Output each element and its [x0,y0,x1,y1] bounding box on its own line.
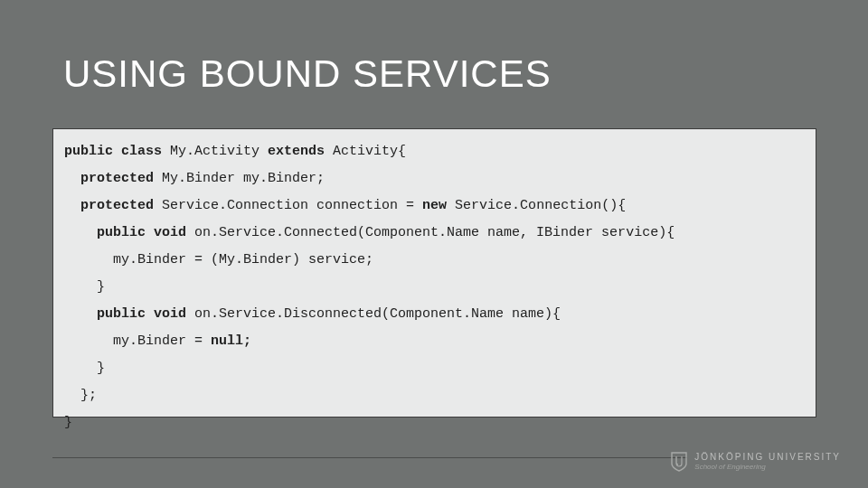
shield-icon [671,452,687,472]
txt: Service.Connection connection = [154,198,422,213]
kw: protected [80,198,154,213]
divider [52,457,687,458]
kw: public void [97,306,186,322]
code-line-11: } [64,415,72,430]
code-line-9: } [64,361,105,376]
code-line-7: public void on.Service.Disconnected(Comp… [64,306,561,322]
kw: protected [80,171,154,186]
code-line-3: protected Service.Connection connection … [64,198,626,213]
kw: extends [268,144,325,159]
code-line-4: public void on.Service.Connected(Compone… [64,225,675,240]
code-line-8: my.Binder = null; [64,333,251,349]
logo-name: JÖNKÖPING UNIVERSITY [694,453,841,462]
txt: Activity{ [325,144,406,159]
code-line-5: my.Binder = (My.Binder) service; [64,252,373,267]
indent [64,225,97,240]
logo-subtitle: School of Engineering [694,464,841,471]
university-logo: JÖNKÖPING UNIVERSITY School of Engineeri… [671,452,841,472]
slide-title: USING BOUND SERVICES [63,52,552,96]
indent [64,171,80,186]
logo-text: JÖNKÖPING UNIVERSITY School of Engineeri… [694,453,841,471]
txt: Service.Connection(){ [447,198,626,213]
code-block: public class My.Activity extends Activit… [52,128,816,418]
indent [64,198,80,213]
txt: my.Binder = [64,333,211,349]
kw: public class [64,144,162,159]
code-line-6: } [64,279,105,295]
kw: new [422,198,447,213]
txt: My.Binder my.Binder; [154,171,325,186]
code-line-2: protected My.Binder my.Binder; [64,171,325,186]
code-line-1: public class My.Activity extends Activit… [64,144,406,159]
kw: public void [97,225,186,240]
txt: on.Service.Connected(Component.Name name… [186,225,675,240]
kw: null; [211,333,251,349]
txt: My.Activity [162,144,268,159]
slide: USING BOUND SERVICES public class My.Act… [0,0,868,488]
code-line-10: }; [64,388,97,403]
txt: on.Service.Disconnected(Component.Name n… [186,306,561,322]
indent [64,306,97,322]
